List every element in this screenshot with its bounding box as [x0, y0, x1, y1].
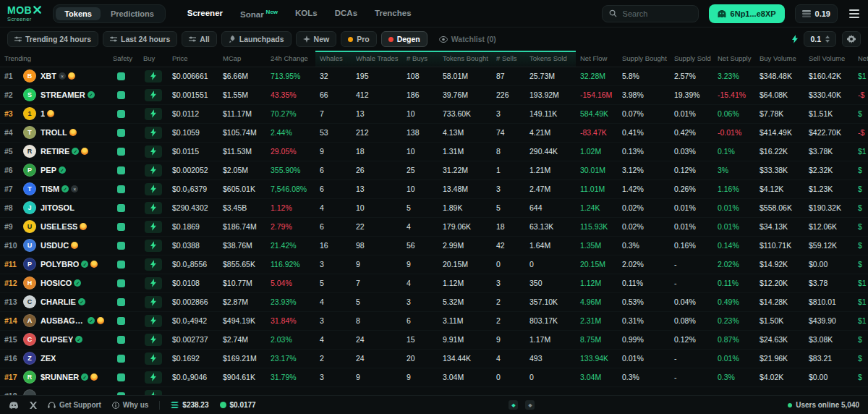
table-row[interactable]: #16ZZEX$0.1692$169.21M23.17%22420134.44K…: [0, 349, 868, 368]
quick-buy-button[interactable]: [145, 164, 162, 177]
wallet-button[interactable]: 6Np1...e8XP: [709, 4, 785, 23]
quick-buy-button[interactable]: [145, 108, 162, 120]
tab-tokens[interactable]: Tokens: [56, 7, 101, 20]
quick-buy-button[interactable]: [145, 240, 162, 252]
get-support-link[interactable]: Get Support: [48, 401, 101, 409]
tab-predictions[interactable]: Predictions: [102, 7, 163, 20]
nav-kols[interactable]: KOLs: [295, 9, 318, 17]
table-row[interactable]: #6PPEP✓$0.002052$2.05M355.90%6262531.22M…: [0, 161, 868, 179]
pro-dot-icon: [348, 37, 353, 42]
table-row[interactable]: #10UUSDUC$0.0388$38.76M21.42%1698562.99M…: [0, 236, 868, 255]
net-flow-cell: 8.75M: [576, 330, 618, 349]
col-sells[interactable]: # Sells: [492, 51, 525, 67]
app-logo[interactable]: MOB Screener: [7, 5, 41, 22]
quick-buy-button[interactable]: [145, 70, 162, 83]
quick-buy-button[interactable]: [145, 315, 162, 327]
table-row[interactable]: #9UUSELESS$0.1869$186.74M2.79%6224179.06…: [0, 217, 868, 236]
table-row[interactable]: #18: [0, 386, 868, 395]
mcap-cell: $1.55M: [218, 85, 266, 104]
settings-button[interactable]: [842, 31, 861, 47]
table-row[interactable]: #13CCHARLIE✓$0.002866$2.87M23.93%4535.32…: [0, 292, 868, 311]
quick-buy-button[interactable]: [145, 221, 162, 233]
menu-button[interactable]: [848, 7, 861, 21]
nav-sonar[interactable]: SonarNew: [240, 9, 278, 19]
footer-widget-icon[interactable]: ◆: [525, 400, 535, 410]
col-supply-bought[interactable]: Supply Bought: [618, 51, 670, 67]
col-tokens-sold[interactable]: Tokens Sold: [525, 51, 576, 67]
quick-buy-button[interactable]: [145, 145, 162, 158]
quick-buy-button[interactable]: [145, 390, 162, 396]
filter-degen[interactable]: Degen: [381, 31, 427, 47]
fire-badge-icon: [71, 242, 78, 249]
quick-buy-button[interactable]: [145, 296, 162, 308]
safety-indicator: [117, 242, 125, 250]
quick-buy-button[interactable]: [145, 183, 162, 195]
col-whale-trades[interactable]: Whale Trades: [352, 51, 402, 67]
table-row[interactable]: #17R$RUNNER✓$0.0₃9046$904.61K31.79%3993.…: [0, 368, 868, 386]
nav-dcas[interactable]: DCAs: [335, 9, 357, 17]
table-row[interactable]: #2SSTREAMER✓$0.001551$1.55M43.35%6641218…: [0, 85, 868, 104]
table-row[interactable]: #311$0.0112$11.17M70.27%71310733.60K3149…: [0, 104, 868, 123]
sliders-icon: [14, 35, 22, 43]
balance-pill[interactable]: 0.19: [795, 4, 838, 23]
col-net-supply[interactable]: Net Supply: [713, 51, 755, 67]
filter-trending-24-hours[interactable]: Trending 24 hours: [7, 31, 98, 47]
quick-buy-button[interactable]: [145, 277, 162, 290]
col-safety[interactable]: Safety: [109, 51, 139, 67]
table-row[interactable]: #12HHOSICO✓$0.0108$10.77M5.04%5741.12M33…: [0, 274, 868, 292]
filter-all[interactable]: All: [182, 31, 216, 47]
col-trending[interactable]: Trending: [0, 51, 109, 67]
sells-cell: 9: [492, 330, 525, 349]
col-buy-volume[interactable]: Buy Volume: [755, 51, 804, 67]
nav-screener[interactable]: Screener: [187, 9, 223, 17]
col-supply-sold[interactable]: Supply Sold: [670, 51, 713, 67]
col-24h-change[interactable]: 24h Change: [266, 51, 315, 67]
col-net-volume[interactable]: Net Volume: [854, 51, 868, 67]
quick-buy-button[interactable]: [145, 352, 162, 365]
table-row[interactable]: #1BXBT×$0.006661$6.66M713.95%3219510858.…: [0, 67, 868, 85]
table-row[interactable]: #4TTROLL$0.1059$105.74M2.44%532121384.13…: [0, 123, 868, 142]
amount-stepper-icon[interactable]: [825, 35, 830, 43]
col-price[interactable]: Price: [168, 51, 218, 67]
token-rank: #9: [4, 222, 23, 231]
col-net-flow[interactable]: Net Flow: [576, 51, 618, 67]
quick-buy-button[interactable]: [145, 202, 162, 214]
filter-launchpads[interactable]: Launchpads: [221, 31, 292, 47]
col-sell-volume[interactable]: Sell Volume: [804, 51, 854, 67]
buys-cell: 9: [402, 368, 438, 386]
filter-last-24-hours[interactable]: Last 24 hours: [103, 31, 177, 47]
col-mcap[interactable]: MCap: [218, 51, 266, 67]
filter-pro[interactable]: Pro: [341, 31, 377, 47]
table-row[interactable]: #11PPOLYBRO✓$0.0₃8556$855.65K116.92%3992…: [0, 255, 868, 274]
sell-volume-cell: $1.23K: [804, 179, 854, 198]
col-buys[interactable]: # Buys: [402, 51, 438, 67]
discord-icon[interactable]: [9, 402, 19, 409]
sells-cell: 3: [492, 104, 525, 123]
whales-cell: 3: [315, 255, 352, 274]
footer-widget-icon[interactable]: ◆: [509, 400, 518, 410]
x-icon[interactable]: [30, 402, 37, 409]
search-box[interactable]: [602, 5, 699, 22]
filter-new[interactable]: New: [296, 31, 337, 47]
table-row[interactable]: #8JJITOSOL$290.4302$3.45B1.12%41051.89K5…: [0, 198, 868, 217]
change-cell: 21.42%: [266, 236, 315, 255]
quick-buy-button[interactable]: [145, 334, 162, 346]
quick-buy-bolt-icon[interactable]: [792, 35, 798, 43]
nav-trenches[interactable]: Trenches: [375, 9, 412, 17]
filter-label: Last 24 hours: [121, 35, 170, 43]
col-buy[interactable]: Buy: [139, 51, 168, 67]
quick-buy-button[interactable]: [145, 89, 162, 101]
filter-watchlist-0[interactable]: Watchlist (0): [432, 31, 503, 47]
table-row[interactable]: #5RRETIRE✓$0.0115$11.53M29.05%918101.31M…: [0, 142, 868, 161]
table-row[interactable]: #15CCUPSEY✓$0.002737$2.74M2.03%424159.91…: [0, 330, 868, 349]
col-whales[interactable]: Whales: [315, 51, 352, 67]
quick-buy-amount[interactable]: 0.1: [804, 31, 836, 47]
search-input[interactable]: [621, 9, 692, 19]
col-tokens-bought[interactable]: Tokens Bought: [438, 51, 492, 67]
quick-buy-button[interactable]: [145, 127, 162, 139]
why-us-link[interactable]: Why us: [112, 401, 149, 409]
quick-buy-button[interactable]: [145, 258, 162, 271]
table-row[interactable]: #7TTISM✓×$0.0₃6379$605.01K7,546.08%61310…: [0, 179, 868, 198]
quick-buy-button[interactable]: [145, 371, 162, 384]
table-row[interactable]: #14AAUSBAGWORK✓$0.0₃4942$494.19K31.84%38…: [0, 311, 868, 330]
